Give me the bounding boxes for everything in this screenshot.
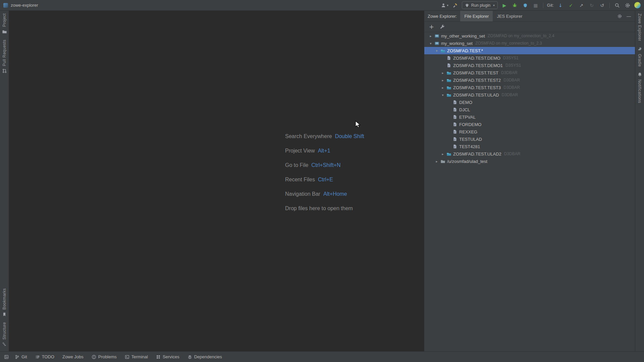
tree-row-zosmfad-test-demo[interactable]: ZOSMFAD.TEST.DEMOD3SYS1 <box>424 54 635 62</box>
tree-row-zosmfad-test-ulad2[interactable]: ▸ZOSMFAD.TEST.ULAD2D3DBAR <box>424 150 635 158</box>
edit-settings-button[interactable] <box>440 24 445 29</box>
search-icon <box>614 3 620 8</box>
chevron-down-icon[interactable]: ▾ <box>428 42 434 45</box>
chevron-right-icon[interactable]: ▸ <box>440 71 446 75</box>
tree-row-etpval[interactable]: ETPVAL <box>424 113 635 121</box>
tree-row-demo[interactable]: DEMO <box>424 99 635 106</box>
run-button[interactable]: ▶ <box>501 2 508 9</box>
tree-row-my-working-set[interactable]: ▾my_working_setZOSMFAD on my_connection_… <box>424 40 635 47</box>
tree-item-label: FORDEMO <box>459 122 481 127</box>
status-bar-item-terminal[interactable]: Terminal <box>125 354 148 359</box>
title-bar-toolbar: ▾ Run plugin ▾ ▶ ■ Git: ↓ ✓ <box>441 0 641 10</box>
tree-row-fordemo[interactable]: FORDEMO <box>424 121 635 128</box>
stripe-label-structure: Structure <box>2 322 7 340</box>
stripe-label-bookmarks: Bookmarks <box>2 288 7 310</box>
status-bar-item-label: Services <box>163 354 179 359</box>
stripe-label-project: Project <box>2 13 7 27</box>
tree-row-rexxeg[interactable]: REXXEG <box>424 128 635 135</box>
tree-item-label: my_working_set <box>441 41 473 46</box>
coverage-button[interactable] <box>522 2 529 9</box>
tab-jes-explorer[interactable]: JES Explorer <box>493 11 526 21</box>
hint-action-label: Drop files here to open them <box>285 205 353 212</box>
hammer-icon <box>452 3 458 8</box>
chevron-down-icon[interactable]: ▾ <box>434 49 440 53</box>
vcs-rollback-button[interactable]: ↺ <box>598 2 606 9</box>
member-icon <box>452 136 458 142</box>
services-icon <box>156 355 161 359</box>
tree-row-my-other-working-set[interactable]: ▸my_other_working_setZOSMFAD on my_conne… <box>424 32 635 40</box>
chevron-right-icon[interactable]: ▸ <box>428 34 434 38</box>
drop-files-hint: Drop files here to open them <box>285 201 364 216</box>
user-avatar[interactable] <box>634 2 641 8</box>
working-set-icon <box>434 33 440 39</box>
file-tree: ▸my_other_working_setZOSMFAD on my_conne… <box>424 32 635 351</box>
indent-spacer <box>424 117 446 117</box>
zowe-explorer-tool-window: Zowe Explorer: File Explorer JES Explore… <box>424 11 635 351</box>
status-bar-item-git[interactable]: Git <box>15 354 27 359</box>
status-bar-item-dependencies[interactable]: Dependencies <box>187 354 222 359</box>
tree-row-djcl[interactable]: DJCL <box>424 106 635 113</box>
status-bar-item-label: TODO <box>42 354 54 359</box>
debug-button[interactable] <box>511 2 519 9</box>
chevron-right-icon[interactable]: ▸ <box>440 152 446 156</box>
hint-action-label: Recent Files <box>285 177 315 183</box>
title-bar-left: zowe-explorer <box>3 3 38 8</box>
tree-row-zosmfad-test-test3[interactable]: ▸ZOSMFAD.TEST.TEST3D3DBAR <box>424 84 635 91</box>
add-working-set-button[interactable]: + <box>429 24 434 30</box>
member-icon <box>452 129 458 134</box>
status-bar-item-zowe-jobs[interactable]: Zowe Jobs <box>62 354 84 359</box>
status-bar-item-label: Git <box>21 354 27 359</box>
tree-row-zosmfad-test[interactable]: ▾ZOSMFAD.TEST.* <box>424 47 635 54</box>
stripe-button-project[interactable]: Project <box>2 13 7 34</box>
stripe-button-notifications[interactable]: Notifications <box>637 72 642 103</box>
tree-row-test4281[interactable]: TEST4281 <box>424 143 635 150</box>
stop-button[interactable]: ■ <box>532 2 539 9</box>
chevron-right-icon[interactable]: ▸ <box>440 86 446 89</box>
tree-row-zosmfad-test-demo1[interactable]: ZOSMFAD.TEST.DEMO1D3SYS1 <box>424 62 635 69</box>
tool-window-settings-button[interactable] <box>617 14 622 19</box>
tree-row-zosmfad-test-test[interactable]: ▸ZOSMFAD.TEST.TESTD3DBAR <box>424 69 635 76</box>
plugin-icon <box>465 3 469 7</box>
gradle-icon <box>637 47 642 52</box>
shortcut-hint-row: Search EverywhereDouble Shift <box>285 129 364 143</box>
status-bar-item-services[interactable]: Services <box>156 354 179 359</box>
tree-row-zosmfad-test-test2[interactable]: ▸ZOSMFAD.TEST.TEST2D3DBAR <box>424 76 635 84</box>
chevron-right-icon[interactable]: ▸ <box>434 160 440 163</box>
settings-button[interactable] <box>624 2 631 9</box>
tree-row-zosmfad-test-ulad[interactable]: ▾ZOSMFAD.TEST.ULADD3DBAR <box>424 91 635 99</box>
search-everywhere-button[interactable] <box>613 2 621 9</box>
indent-spacer <box>424 124 446 125</box>
shortcut-hint-row: Navigation BarAlt+Home <box>285 187 364 201</box>
application-window: zowe-explorer ▾ Run plugin ▾ ▶ <box>0 0 644 362</box>
stripe-button-bookmarks[interactable]: Bookmarks <box>2 288 7 317</box>
tree-item-label: TEST4281 <box>459 144 480 149</box>
build-project-button[interactable] <box>451 2 459 9</box>
member-icon <box>452 100 458 105</box>
hide-tool-window-button[interactable]: — <box>627 14 631 18</box>
vcs-push-button[interactable]: ↗ <box>578 2 585 9</box>
tree-item-label: ZOSMFAD.TEST.* <box>447 48 483 53</box>
tool-window-header-actions: — <box>617 14 635 19</box>
vcs-update-button[interactable]: ↓ <box>557 2 564 9</box>
chevron-down-icon[interactable]: ▾ <box>440 93 446 97</box>
status-bar-item-label: Terminal <box>131 354 148 359</box>
tab-file-explorer[interactable]: File Explorer <box>460 11 493 21</box>
user-menu-button[interactable]: ▾ <box>441 2 448 9</box>
chevron-down-icon: ▾ <box>447 4 448 7</box>
run-configuration-select[interactable]: Run plugin ▾ <box>462 1 498 9</box>
member-icon <box>452 107 458 112</box>
tool-window-switcher-icon[interactable] <box>4 355 9 359</box>
status-bar-item-todo[interactable]: TODO <box>35 354 54 359</box>
stripe-button-zowe-explorer[interactable]: Zowe Explorer <box>637 13 642 41</box>
stripe-button-pull-requests[interactable]: Pull Requests <box>2 40 7 73</box>
tree-row-u-zosmfad-ulad-test[interactable]: ▸/u/zosmfad/ulad_test <box>424 158 635 165</box>
vcs-refresh-button[interactable]: ↻ <box>588 2 595 9</box>
stripe-button-gradle[interactable]: Gradle <box>637 47 642 67</box>
editor-area[interactable]: Search EverywhereDouble ShiftProject Vie… <box>9 11 424 351</box>
vcs-commit-button[interactable]: ✓ <box>567 2 575 9</box>
git-branch-icon <box>15 355 19 359</box>
tree-row-testulad[interactable]: TESTULAD <box>424 135 635 143</box>
status-bar-item-problems[interactable]: Problems <box>92 354 117 359</box>
stripe-button-structure[interactable]: Structure <box>2 322 7 347</box>
chevron-right-icon[interactable]: ▸ <box>440 78 446 82</box>
